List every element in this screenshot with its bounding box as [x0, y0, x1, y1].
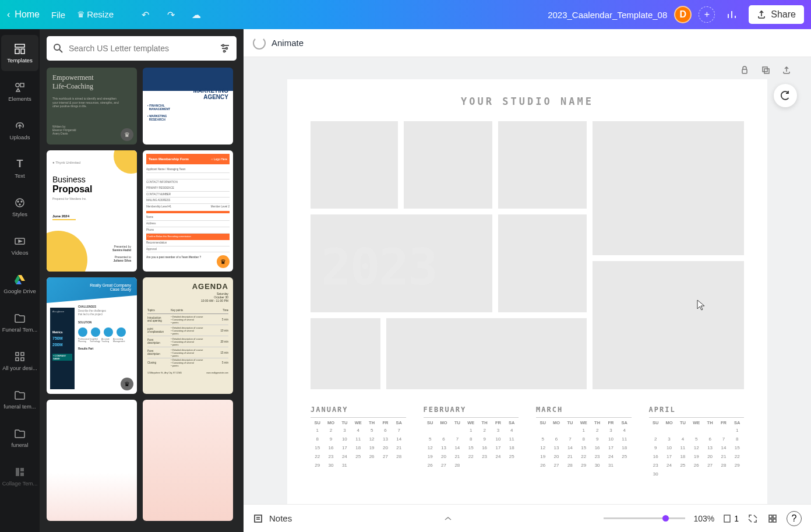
nav-templates[interactable]: Templates [1, 35, 38, 71]
photo-placeholder[interactable] [386, 318, 587, 389]
canvas-scroll[interactable]: YOUR STUDIO NAME 2023 JANUARYSUMOTUWETHF… [244, 57, 811, 504]
calendar-day: 6 [437, 435, 450, 443]
lock-button[interactable] [739, 64, 750, 76]
canvas-page[interactable]: YOUR STUDIO NAME 2023 JANUARYSUMOTUWETHF… [287, 79, 767, 504]
zoom-slider[interactable] [604, 517, 685, 519]
day-of-week: MO [662, 420, 676, 425]
day-of-week: TH [703, 420, 717, 425]
photo-placeholder[interactable] [593, 121, 744, 255]
nav-videos[interactable]: Videos [1, 227, 38, 263]
add-collaborator-button[interactable]: + [699, 6, 715, 23]
redo-button[interactable]: ↷ [165, 9, 177, 20]
calendar-day: 10 [491, 435, 505, 443]
template-card[interactable]: Team Membership Form ○ Logo Here Applica… [143, 150, 233, 272]
photo-collage[interactable]: 2023 [311, 121, 744, 389]
calendar-day: 20 [703, 453, 717, 460]
day-of-week: MO [549, 420, 563, 425]
fullscreen-button[interactable] [747, 513, 759, 524]
nav-uploads[interactable]: Uploads [1, 112, 38, 148]
photo-placeholder[interactable] [593, 261, 744, 389]
nav-collage-templates[interactable]: Collage Tem... [1, 458, 38, 494]
calendar-day: 9 [478, 435, 491, 443]
search-input[interactable] [69, 44, 214, 53]
calendar-day: 5 [690, 435, 703, 443]
calendar-day: 7 [392, 427, 405, 434]
calendar-day: 20 [437, 453, 450, 460]
page-indicator[interactable]: 1 [722, 514, 739, 523]
photo-placeholder[interactable] [498, 121, 587, 209]
nav-folder-funeral[interactable]: funeral [1, 420, 38, 456]
zoom-value[interactable]: 103% [693, 514, 714, 523]
insights-button[interactable] [722, 5, 742, 24]
duplicate-button[interactable] [760, 64, 771, 76]
calendar-day: 14 [563, 444, 577, 452]
chevron-up-icon[interactable] [444, 516, 452, 522]
calendar-day: 22 [577, 453, 590, 460]
svg-point-18 [223, 45, 224, 47]
calendar-day: 25 [676, 461, 689, 469]
calendar-day: 16 [649, 453, 662, 460]
template-card[interactable] [47, 400, 137, 521]
filter-icon[interactable] [219, 43, 231, 54]
nav-folder-funeral-tem[interactable]: funeral tem... [1, 381, 38, 417]
svg-rect-0 [15, 44, 24, 47]
template-card[interactable] [143, 400, 233, 521]
calendar-day: 1 [731, 427, 744, 434]
svg-rect-26 [773, 515, 776, 518]
calendar-day: 17 [338, 444, 351, 452]
calendar-day: 16 [324, 444, 337, 452]
export-page-button[interactable] [781, 64, 792, 76]
svg-point-3 [16, 83, 19, 87]
nav-elements[interactable]: Elements [1, 73, 38, 110]
svg-rect-21 [742, 69, 747, 73]
photo-placeholder[interactable] [404, 121, 492, 209]
template-card[interactable]: EmpowermentLife-Coaching This workbook i… [47, 68, 137, 145]
calendar-day: 1 [311, 427, 324, 434]
help-button[interactable]: ? [787, 511, 802, 526]
svg-rect-27 [769, 519, 772, 522]
day-of-week: SA [505, 420, 519, 425]
calendar-day: 28 [563, 461, 577, 469]
calendar-day: 3 [662, 435, 676, 443]
home-button[interactable]: ‹ Home [7, 9, 40, 20]
cloud-sync-icon[interactable]: ☁ [191, 9, 202, 20]
document-title[interactable]: 2023_Caalendar_Template_08 [548, 10, 667, 20]
share-button[interactable]: Share [749, 5, 804, 24]
calendar-day: 13 [549, 444, 563, 452]
nav-all-your-designs[interactable]: All your desi... [1, 343, 38, 379]
nav-google-drive[interactable]: Google Drive [1, 266, 38, 302]
template-card[interactable]: ● Thynk Unlimited Business Proposal Prep… [47, 150, 137, 272]
template-card[interactable]: AGENDA SaturdayOctober 3010:00 AM - 11:0… [143, 277, 233, 394]
template-card[interactable]: Really Great CompanyCase Study At a glan… [47, 277, 137, 394]
calendar-day: 22 [731, 453, 744, 460]
calendar-day: 15 [311, 444, 324, 452]
grid-view-button[interactable] [767, 513, 778, 524]
refresh-button[interactable] [774, 84, 797, 107]
nav-folder-funeral-templates[interactable]: Funeral Tem... [1, 304, 38, 340]
animate-button[interactable]: Animate [253, 37, 304, 50]
calendar-day: 1 [577, 427, 590, 434]
avatar[interactable]: D [674, 6, 692, 23]
nav-styles[interactable]: Styles [1, 189, 38, 225]
svg-point-17 [54, 44, 60, 50]
photo-placeholder[interactable] [311, 318, 380, 389]
undo-button[interactable]: ↶ [139, 9, 151, 20]
template-search[interactable] [47, 36, 237, 61]
file-menu[interactable]: File [51, 10, 65, 20]
calendar-day: 5 [424, 435, 437, 443]
template-card[interactable]: MARKETINGAGENCY ▪ FINANCIAL MANAGEMENT ▪… [143, 68, 233, 145]
nav-text[interactable]: T Text [1, 150, 38, 186]
photo-placeholder[interactable] [311, 121, 398, 209]
calendar-day: 27 [549, 461, 563, 469]
zoom-slider-knob[interactable] [662, 515, 669, 522]
notes-button[interactable]: Notes [253, 513, 292, 524]
calendar-month: FEBRUARYSUMOTUWETHFRSA123456789101112131… [424, 406, 519, 478]
calendar-day: 17 [604, 444, 618, 452]
day-of-week: TU [563, 420, 577, 425]
svg-rect-25 [769, 515, 772, 518]
photo-placeholder[interactable] [498, 214, 587, 312]
calendar-day: 26 [365, 453, 378, 460]
calendar-day: 4 [618, 427, 631, 434]
svg-rect-11 [21, 353, 24, 355]
resize-button[interactable]: ♛Resize [77, 9, 114, 20]
